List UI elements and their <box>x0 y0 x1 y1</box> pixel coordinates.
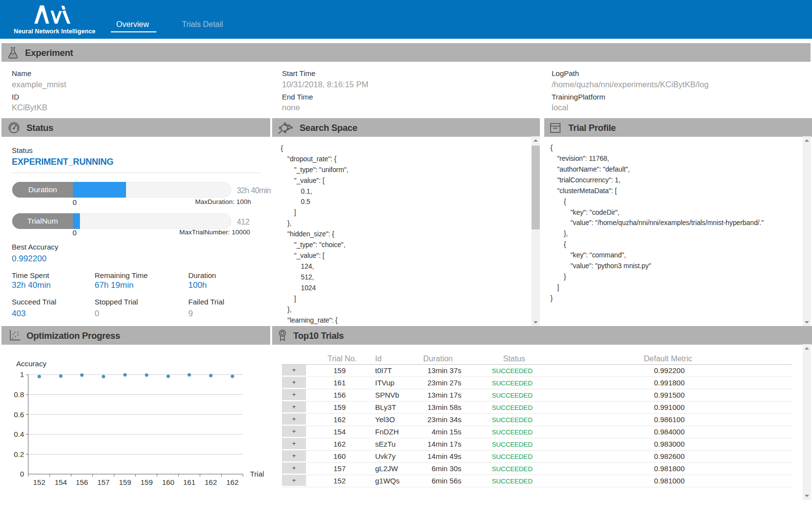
svg-text:162: 162 <box>204 478 217 486</box>
svg-text:1: 1 <box>20 370 24 379</box>
svg-text:159: 159 <box>119 478 131 486</box>
svg-text:162: 162 <box>226 478 238 486</box>
svg-text:160: 160 <box>162 478 174 486</box>
svg-text:0.4: 0.4 <box>14 430 24 438</box>
svg-text:156: 156 <box>76 478 88 486</box>
svg-text:0.2: 0.2 <box>14 450 24 458</box>
svg-text:157: 157 <box>97 478 109 486</box>
svg-text:Trial: Trial <box>250 470 264 478</box>
svg-text:0.6: 0.6 <box>14 410 24 419</box>
svg-text:161: 161 <box>183 478 195 486</box>
svg-text:159: 159 <box>140 478 152 486</box>
svg-text:152: 152 <box>33 478 45 486</box>
svg-text:0: 0 <box>20 470 24 478</box>
svg-text:Accuracy: Accuracy <box>16 359 47 368</box>
svg-text:154: 154 <box>54 478 67 486</box>
svg-text:0.8: 0.8 <box>14 390 24 399</box>
